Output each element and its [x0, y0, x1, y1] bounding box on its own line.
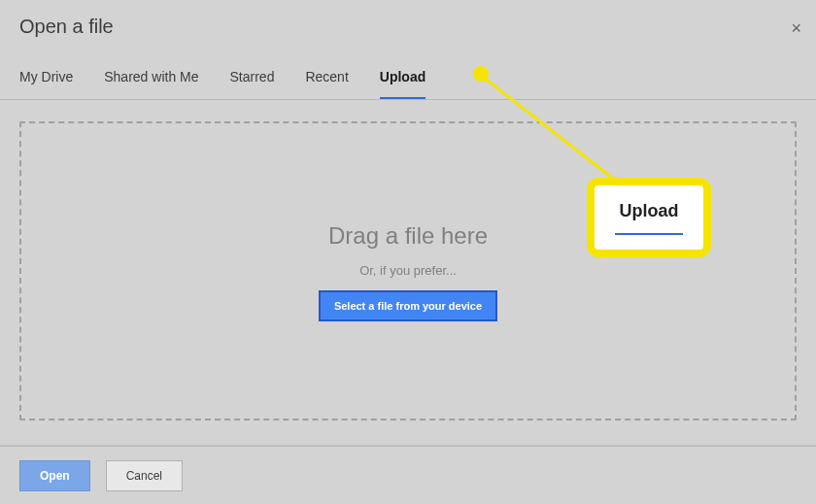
tab-content-upload: Drag a file here Or, if you prefer... Se… [0, 100, 816, 445]
tab-my-drive[interactable]: My Drive [19, 55, 73, 98]
or-prefer-text: Or, if you prefer... [359, 263, 457, 278]
tab-shared-with-me[interactable]: Shared with Me [104, 55, 198, 98]
select-file-button[interactable]: Select a file from your device [320, 291, 496, 320]
annotation-dot-icon [473, 66, 489, 82]
dialog-footer: Open Cancel [0, 446, 816, 504]
open-button[interactable]: Open [19, 460, 90, 491]
cancel-button[interactable]: Cancel [106, 460, 183, 491]
tab-upload[interactable]: Upload [380, 55, 425, 98]
annotation-callout: Upload [587, 178, 711, 257]
tab-bar: My Drive Shared with Me Starred Recent U… [0, 53, 816, 100]
dialog-header: Open a file × [0, 0, 816, 53]
annotation-callout-text: Upload [620, 201, 679, 221]
tab-starred[interactable]: Starred [230, 55, 275, 98]
drag-prompt-text: Drag a file here [328, 222, 488, 250]
annotation-underline [615, 233, 683, 235]
tab-recent[interactable]: Recent [305, 55, 348, 98]
dialog-title: Open a file [19, 16, 114, 38]
close-icon[interactable]: × [791, 19, 801, 37]
file-dropzone[interactable]: Drag a file here Or, if you prefer... Se… [19, 121, 797, 420]
